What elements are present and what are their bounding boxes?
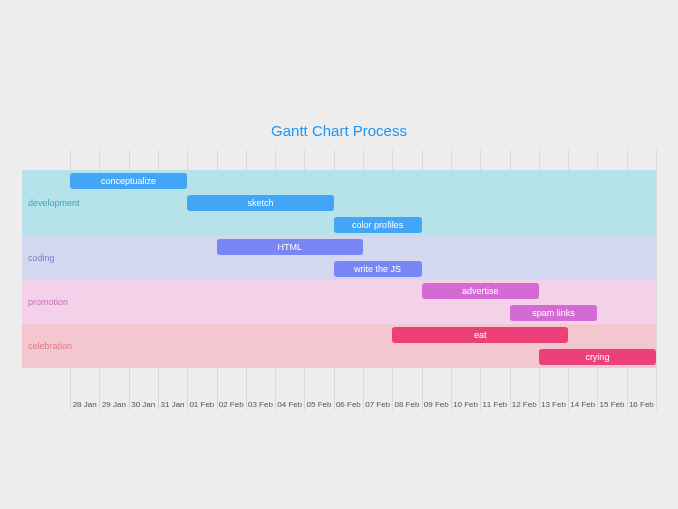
x-tick-label: 07 Feb <box>365 400 390 409</box>
x-tick-label: 13 Feb <box>541 400 566 409</box>
section-label: development <box>28 198 80 208</box>
x-tick-label: 06 Feb <box>336 400 361 409</box>
x-tick-label: 05 Feb <box>307 400 332 409</box>
task-bar[interactable]: color profiles <box>334 217 422 233</box>
task-bar[interactable]: crying <box>539 349 656 365</box>
x-tick-label: 04 Feb <box>277 400 302 409</box>
x-tick-label: 16 Feb <box>629 400 654 409</box>
x-tick-label: 10 Feb <box>453 400 478 409</box>
gantt-chart-container: { "title": "Gantt Chart Process", "chart… <box>0 0 678 509</box>
x-tick-label: 02 Feb <box>219 400 244 409</box>
task-bar[interactable]: HTML <box>217 239 364 255</box>
x-tick-label: 31 Jan <box>161 400 185 409</box>
section-label: celebration <box>28 341 72 351</box>
x-axis: 28 Jan29 Jan30 Jan31 Jan01 Feb02 Feb03 F… <box>22 400 656 414</box>
x-tick-label: 29 Jan <box>102 400 126 409</box>
section-label: coding <box>28 253 55 263</box>
x-tick-label: 09 Feb <box>424 400 449 409</box>
chart-title: Gantt Chart Process <box>0 122 678 139</box>
task-bar[interactable]: write the JS <box>334 261 422 277</box>
task-bar[interactable]: conceptualize <box>70 173 187 189</box>
x-tick-label: 11 Feb <box>482 400 507 409</box>
x-tick-label: 30 Jan <box>131 400 155 409</box>
x-tick-label: 28 Jan <box>73 400 97 409</box>
section-label: promotion <box>28 297 68 307</box>
x-tick-label: 01 Feb <box>189 400 214 409</box>
task-bar[interactable]: advertise <box>422 283 539 299</box>
task-bar[interactable]: sketch <box>187 195 334 211</box>
x-tick-label: 12 Feb <box>512 400 537 409</box>
task-bar[interactable]: eat <box>392 327 568 343</box>
x-tick-label: 08 Feb <box>394 400 419 409</box>
gantt-chart: developmentconceptualizesketchcolor prof… <box>22 150 656 410</box>
x-tick-label: 14 Feb <box>570 400 595 409</box>
grid-line <box>656 150 657 410</box>
x-tick-label: 03 Feb <box>248 400 273 409</box>
task-bar[interactable]: spam links <box>510 305 598 321</box>
x-tick-label: 15 Feb <box>600 400 625 409</box>
